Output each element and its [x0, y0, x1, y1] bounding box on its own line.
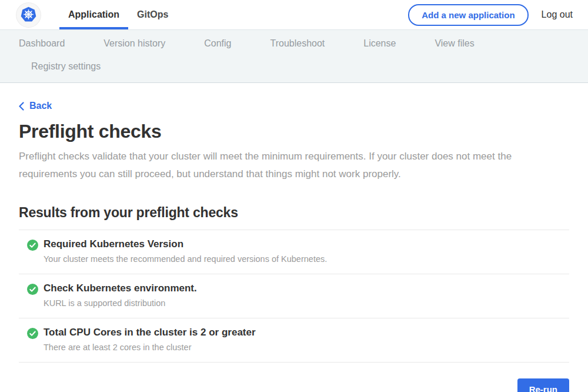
- app-logo: [16, 0, 41, 29]
- check-description: There are at least 2 cores in the cluste…: [44, 343, 256, 352]
- logout-link[interactable]: Log out: [542, 9, 573, 20]
- check-title: Required Kubernetes Version: [44, 238, 327, 250]
- check-passed-icon: [27, 284, 38, 295]
- page-description: Preflight checks validate that your clus…: [19, 148, 566, 183]
- check-item-kubernetes-environment: Check Kubernetes environment. KURL is a …: [19, 274, 569, 318]
- subnav-item-license[interactable]: License: [363, 31, 396, 55]
- check-title: Check Kubernetes environment.: [44, 283, 197, 294]
- subnav-row-1: Dashboard Version history Config Trouble…: [19, 31, 569, 55]
- check-passed-icon: [27, 328, 38, 339]
- rerun-button[interactable]: Re-run: [517, 378, 569, 392]
- add-new-application-button[interactable]: Add a new application: [408, 4, 528, 26]
- navbar-right: Add a new application Log out: [408, 0, 588, 29]
- check-item-body: Required Kubernetes Version Your cluster…: [44, 238, 327, 264]
- check-passed-icon: [27, 240, 38, 251]
- subnav-item-view-files[interactable]: View files: [435, 31, 474, 55]
- tab-gitops[interactable]: GitOps: [128, 0, 177, 29]
- check-item-body: Check Kubernetes environment. KURL is a …: [44, 283, 197, 308]
- page-title: Preflight checks: [19, 121, 569, 142]
- back-link[interactable]: Back: [19, 101, 52, 111]
- subnav-item-config[interactable]: Config: [204, 31, 231, 55]
- check-description: KURL is a supported distribution: [44, 298, 197, 308]
- back-link-label: Back: [29, 101, 52, 111]
- top-navbar: Application GitOps Add a new application…: [0, 0, 588, 29]
- check-item-cpu-cores: Total CPU Cores in the cluster is 2 or g…: [19, 318, 569, 362]
- chevron-left-icon: [19, 102, 24, 111]
- tab-application[interactable]: Application: [59, 0, 128, 29]
- app-subnav: Dashboard Version history Config Trouble…: [0, 29, 588, 83]
- check-item-kubernetes-version: Required Kubernetes Version Your cluster…: [19, 230, 569, 274]
- subnav-row-2: Registry settings: [19, 55, 569, 78]
- subnav-item-version-history[interactable]: Version history: [103, 31, 165, 55]
- check-item-body: Total CPU Cores in the cluster is 2 or g…: [44, 327, 256, 352]
- preflight-check-list: Required Kubernetes Version Your cluster…: [19, 230, 569, 363]
- subnav-item-troubleshoot[interactable]: Troubleshoot: [270, 31, 325, 55]
- check-description: Your cluster meets the recommended and r…: [44, 254, 327, 264]
- preflight-page: Back Preflight checks Preflight checks v…: [0, 83, 588, 392]
- subnav-item-dashboard[interactable]: Dashboard: [19, 31, 65, 55]
- kubernetes-logo-icon: [16, 3, 41, 27]
- primary-tabs: Application GitOps: [59, 0, 177, 29]
- footer-actions: Re-run: [19, 378, 569, 392]
- check-title: Total CPU Cores in the cluster is 2 or g…: [44, 327, 256, 338]
- results-heading: Results from your preflight checks: [19, 205, 569, 221]
- subnav-item-registry-settings[interactable]: Registry settings: [31, 55, 101, 78]
